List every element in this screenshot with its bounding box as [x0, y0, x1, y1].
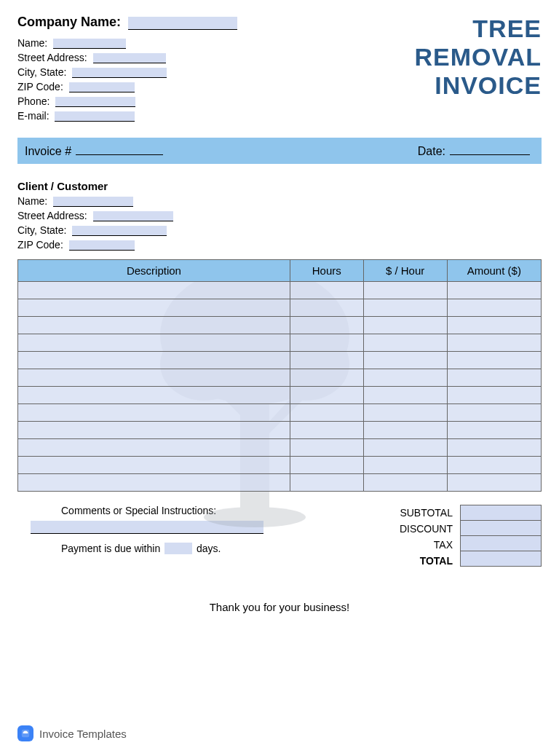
client-street-field[interactable]	[93, 211, 173, 221]
table-cell[interactable]	[363, 422, 447, 439]
table-cell[interactable]	[363, 282, 447, 299]
total-box[interactable]	[460, 551, 542, 567]
street-field[interactable]	[93, 53, 166, 63]
brand-text: Invoice Templates	[39, 728, 127, 740]
totals-block: SUBTOTAL DISCOUNT TAX TOTAL	[400, 505, 542, 569]
due-days-field[interactable]	[164, 543, 192, 554]
table-cell[interactable]	[447, 457, 541, 474]
zip-field[interactable]	[69, 82, 135, 92]
client-city-label: City, State:	[17, 224, 66, 236]
table-cell[interactable]	[290, 439, 363, 457]
table-cell[interactable]	[18, 387, 290, 404]
table-header-row: Description Hours $ / Hour Amount ($)	[18, 260, 542, 282]
table-cell[interactable]	[363, 474, 447, 492]
company-block: Company Name: Name: Street Address: City…	[17, 15, 415, 125]
table-cell[interactable]	[18, 439, 290, 457]
table-cell[interactable]	[18, 474, 290, 492]
table-cell[interactable]	[363, 334, 447, 352]
city-field[interactable]	[72, 68, 167, 78]
comments-block: Comments or Special Instructions: Paymen…	[17, 505, 400, 554]
email-label: E-mail:	[17, 110, 49, 122]
comments-field[interactable]	[31, 521, 263, 534]
table-cell[interactable]	[290, 334, 363, 352]
table-cell[interactable]	[18, 422, 290, 439]
name-label: Name:	[17, 37, 47, 49]
table-cell[interactable]	[363, 299, 447, 317]
table-cell[interactable]	[447, 352, 541, 369]
table-cell[interactable]	[290, 404, 363, 422]
phone-field[interactable]	[55, 97, 135, 107]
table-cell[interactable]	[447, 422, 541, 439]
table-cell[interactable]	[18, 299, 290, 317]
title-line1: TREE	[415, 15, 542, 43]
table-cell[interactable]	[447, 334, 541, 352]
table-cell[interactable]	[290, 387, 363, 404]
zip-row: ZIP Code:	[17, 81, 415, 92]
table-row	[18, 422, 542, 439]
client-zip-field[interactable]	[69, 240, 135, 251]
table-cell[interactable]	[363, 439, 447, 457]
table-cell[interactable]	[447, 299, 541, 317]
table-cell[interactable]	[363, 404, 447, 422]
table-cell[interactable]	[18, 404, 290, 422]
name-field[interactable]	[53, 39, 126, 49]
client-name-row: Name:	[17, 195, 542, 207]
table-cell[interactable]	[290, 352, 363, 369]
client-city-field[interactable]	[72, 226, 167, 236]
table-cell[interactable]	[363, 387, 447, 404]
company-name-row: Company Name:	[17, 15, 415, 30]
invoice-date-field[interactable]	[450, 143, 530, 155]
table-cell[interactable]	[447, 439, 541, 457]
table-row	[18, 369, 542, 387]
table-cell[interactable]	[363, 352, 447, 369]
table-cell[interactable]	[290, 474, 363, 492]
table-cell[interactable]	[290, 369, 363, 387]
table-cell[interactable]	[447, 474, 541, 492]
table-row	[18, 387, 542, 404]
zip-label: ZIP Code:	[17, 81, 63, 92]
table-cell[interactable]	[290, 299, 363, 317]
table-cell[interactable]	[18, 457, 290, 474]
table-cell[interactable]	[290, 422, 363, 439]
email-field[interactable]	[55, 111, 135, 122]
table-cell[interactable]	[363, 457, 447, 474]
tax-box[interactable]	[460, 535, 542, 551]
table-cell[interactable]	[447, 282, 541, 299]
table-cell[interactable]	[290, 457, 363, 474]
table-cell[interactable]	[363, 317, 447, 334]
title-block: TREE REMOVAL INVOICE	[415, 15, 542, 100]
table-cell[interactable]	[18, 352, 290, 369]
discount-box[interactable]	[460, 520, 542, 536]
client-zip-label: ZIP Code:	[17, 239, 63, 251]
items-table: Description Hours $ / Hour Amount ($)	[17, 259, 542, 492]
invoice-number-field[interactable]	[76, 143, 163, 155]
table-row	[18, 404, 542, 422]
name-row: Name:	[17, 37, 415, 49]
table-cell[interactable]	[290, 317, 363, 334]
title-line3: INVOICE	[415, 71, 542, 100]
table-cell[interactable]	[447, 317, 541, 334]
city-label: City, State:	[17, 66, 66, 78]
company-name-field[interactable]	[128, 17, 237, 30]
brand-logo-icon	[17, 725, 33, 741]
table-cell[interactable]	[447, 387, 541, 404]
table-cell[interactable]	[447, 404, 541, 422]
client-block: Client / Customer Name: Street Address: …	[17, 180, 542, 251]
client-name-field[interactable]	[53, 197, 133, 207]
table-cell[interactable]	[18, 317, 290, 334]
subtotal-label: SUBTOTAL	[400, 505, 453, 521]
table-cell[interactable]	[18, 334, 290, 352]
phone-label: Phone:	[17, 95, 49, 107]
invoice-date-label: Date:	[418, 145, 445, 158]
table-cell[interactable]	[447, 369, 541, 387]
client-street-label: Street Address:	[17, 210, 87, 221]
table-cell[interactable]	[363, 369, 447, 387]
table-row	[18, 282, 542, 299]
table-cell[interactable]	[290, 282, 363, 299]
table-cell[interactable]	[18, 282, 290, 299]
client-zip-row: ZIP Code:	[17, 239, 542, 251]
company-name-label: Company Name:	[17, 15, 121, 29]
totals-labels: SUBTOTAL DISCOUNT TAX TOTAL	[400, 505, 460, 569]
subtotal-box[interactable]	[460, 505, 542, 521]
table-cell[interactable]	[18, 369, 290, 387]
